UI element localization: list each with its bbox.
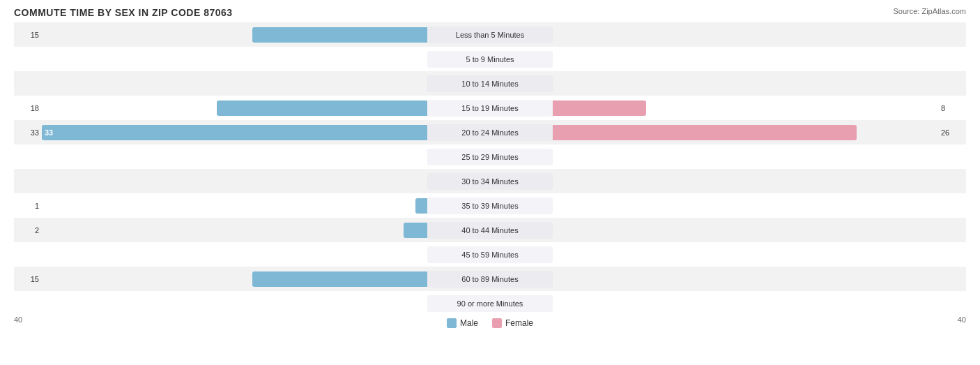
female-swatch [492,318,502,328]
male-label: Male [460,318,478,328]
chart-row: 30 to 34 Minutes [14,169,966,193]
chart-row: 90 or more Minutes [14,291,966,314]
female-bar [553,125,857,140]
male-swatch [447,318,457,328]
chart-row: 45 to 59 Minutes [14,242,966,267]
male-value: 18 [14,104,42,112]
chart-title: COMMUTE TIME BY SEX IN ZIP CODE 87063 [14,7,966,18]
female-bar [553,100,646,116]
row-label: 10 to 14 Minutes [427,75,553,92]
chart-row: 1560 to 89 Minutes [14,267,966,291]
male-bar [252,271,427,287]
chart-row: 15Less than 5 Minutes [14,22,966,47]
chart-row: 5 to 9 Minutes [14,47,966,71]
chart-row: 25 to 29 Minutes [14,144,966,169]
row-label: 45 to 59 Minutes [427,246,553,263]
row-label: 15 to 19 Minutes [427,100,553,117]
male-bar [404,223,427,238]
row-label: Less than 5 Minutes [427,27,553,43]
female-label: Female [505,318,533,328]
row-label: 5 to 9 Minutes [427,51,553,68]
legend-female: Female [492,318,533,328]
chart-row: 333320 to 24 Minutes26 [14,120,966,144]
female-value: 26 [938,128,966,137]
row-label: 90 or more Minutes [427,295,553,312]
male-value: 2 [14,226,42,234]
male-bar: 33 [42,125,427,140]
axis-label-left: 40 [14,315,22,328]
male-value: 33 [14,128,42,137]
chart-rows-area: 15Less than 5 Minutes5 to 9 Minutes10 to… [14,22,966,314]
male-bar [217,100,427,116]
row-label: 25 to 29 Minutes [427,149,553,165]
female-value: 8 [938,104,966,112]
male-bar [252,27,427,43]
row-label: 60 to 89 Minutes [427,271,553,288]
legend-male: Male [447,318,478,328]
male-bar [415,198,427,214]
row-label: 20 to 24 Minutes [427,124,553,141]
chart-row: 10 to 14 Minutes [14,71,966,96]
source-label: Source: ZipAtlas.com [893,7,966,15]
axis-label-right: 40 [958,315,966,328]
legend: Male Female [447,318,533,328]
chart-container: COMMUTE TIME BY SEX IN ZIP CODE 87063 So… [0,0,980,365]
row-label: 30 to 34 Minutes [427,173,553,190]
row-label: 35 to 39 Minutes [427,198,553,214]
male-value: 1 [14,202,42,210]
chart-row: 240 to 44 Minutes [14,218,966,242]
male-value: 15 [14,31,42,39]
chart-row: 1815 to 19 Minutes8 [14,96,966,120]
chart-row: 135 to 39 Minutes [14,193,966,218]
row-label: 40 to 44 Minutes [427,222,553,239]
male-value: 15 [14,275,42,283]
